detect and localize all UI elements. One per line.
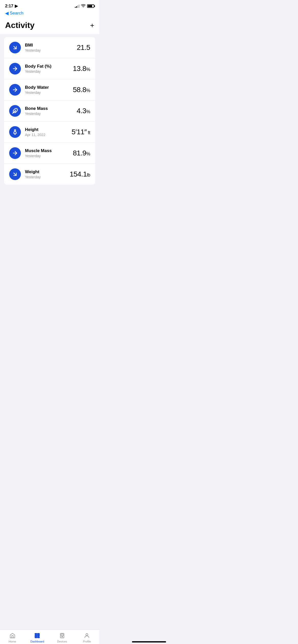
height-text: Height Apr 11, 2022 (25, 127, 45, 137)
back-chevron-icon: ◀ (5, 10, 9, 16)
bmi-left: BMI Yesterday (9, 42, 41, 53)
battery-icon (87, 4, 94, 8)
svg-point-0 (83, 7, 84, 7)
muscle-mass-icon-circle (9, 147, 21, 159)
back-button[interactable]: ◀ Search (5, 10, 23, 16)
add-button[interactable]: + (90, 22, 94, 29)
body-water-value: 58.8% (73, 86, 90, 94)
body-water-icon-circle (9, 84, 21, 96)
height-value: 5′11″ ft (72, 128, 90, 136)
wifi-icon (81, 4, 86, 8)
svg-line-8 (14, 173, 16, 175)
body-fat-text: Body Fat (%) Yesterday (25, 64, 51, 74)
body-water-subtitle: Yesterday (25, 91, 49, 95)
height-subtitle: Apr 11, 2022 (25, 133, 45, 137)
muscle-mass-title: Muscle Mass (25, 148, 52, 153)
bmi-text: BMI Yesterday (25, 43, 41, 52)
body-water-left: Body Water Yesterday (9, 84, 49, 96)
weight-icon-circle (9, 168, 21, 180)
height-title: Height (25, 127, 45, 132)
muscle-mass-row[interactable]: Muscle Mass Yesterday 81.9% (4, 143, 95, 164)
body-fat-subtitle: Yesterday (25, 69, 51, 74)
height-left: Height Apr 11, 2022 (9, 126, 45, 138)
feather-icon (12, 108, 18, 114)
arrow-right-icon-2 (12, 87, 18, 93)
bone-mass-title: Bone Mass (25, 106, 48, 111)
bmi-row[interactable]: BMI Yesterday 21.5 (4, 37, 95, 58)
body-water-text: Body Water Yesterday (25, 85, 49, 95)
arrow-right-icon-3 (12, 150, 18, 156)
metrics-list: BMI Yesterday 21.5 Body Fat (%) Yesterda… (4, 37, 95, 185)
body-fat-value: 13.8% (73, 65, 90, 73)
location-icon: ▶ (15, 4, 18, 8)
body-water-title: Body Water (25, 85, 49, 90)
body-fat-row[interactable]: Body Fat (%) Yesterday 13.8% (4, 58, 95, 79)
weight-row[interactable]: Weight Yesterday 154.1lb (4, 164, 95, 185)
svg-point-6 (15, 130, 16, 131)
arrow-down-right-icon-2 (12, 171, 18, 177)
bone-mass-value: 4.3% (77, 107, 90, 115)
person-icon (12, 129, 18, 135)
bone-mass-text: Bone Mass Yesterday (25, 106, 48, 116)
height-icon-circle (9, 126, 21, 138)
bmi-icon-circle (9, 42, 21, 53)
height-row[interactable]: Height Apr 11, 2022 5′11″ ft (4, 122, 95, 143)
status-time: 2:17 ▶ (5, 4, 18, 8)
weight-left: Weight Yesterday (9, 168, 41, 180)
signal-icon (75, 4, 79, 8)
weight-text: Weight Yesterday (25, 169, 41, 179)
bmi-subtitle: Yesterday (25, 48, 41, 52)
bone-mass-row[interactable]: Bone Mass Yesterday 4.3% (4, 100, 95, 122)
bone-mass-subtitle: Yesterday (25, 112, 48, 116)
muscle-mass-value: 81.9% (73, 149, 90, 157)
back-label: Search (10, 11, 23, 16)
svg-line-1 (14, 46, 16, 49)
nav-bar: ◀ Search (0, 9, 99, 19)
muscle-mass-text: Muscle Mass Yesterday (25, 148, 52, 158)
status-bar: 2:17 ▶ (0, 0, 99, 9)
weight-value: 154.1lb (70, 170, 90, 178)
page-title: Activity (5, 21, 35, 30)
bmi-title: BMI (25, 43, 41, 48)
muscle-mass-subtitle: Yesterday (25, 154, 52, 158)
body-fat-title: Body Fat (%) (25, 64, 51, 69)
bone-mass-left: Bone Mass Yesterday (9, 105, 48, 117)
weight-subtitle: Yesterday (25, 175, 41, 179)
muscle-mass-left: Muscle Mass Yesterday (9, 147, 52, 159)
body-fat-icon-circle (9, 63, 21, 75)
body-fat-left: Body Fat (%) Yesterday (9, 63, 51, 75)
bmi-value: 21.5 (77, 43, 90, 52)
page-header: Activity + (0, 19, 99, 34)
arrow-down-right-icon (12, 45, 18, 51)
body-water-row[interactable]: Body Water Yesterday 58.8% (4, 79, 95, 100)
arrow-right-icon (12, 66, 18, 72)
bone-mass-icon-circle (9, 105, 21, 117)
status-icons (75, 4, 94, 8)
time-display: 2:17 (5, 4, 13, 8)
weight-title: Weight (25, 169, 41, 174)
content-area: BMI Yesterday 21.5 Body Fat (%) Yesterda… (0, 34, 99, 191)
